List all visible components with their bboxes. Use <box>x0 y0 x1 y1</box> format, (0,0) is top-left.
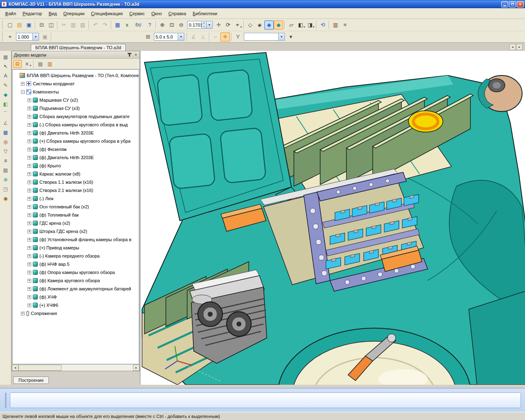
hidden-line-display-button[interactable]: ◈ <box>255 21 264 30</box>
tree-expander[interactable]: + <box>28 139 31 143</box>
wireframe-display-button[interactable]: ◇ <box>245 21 255 30</box>
libraries-button[interactable]: ◉ <box>1 194 10 203</box>
measurements-button[interactable]: ◎ <box>1 137 10 146</box>
tree-expander[interactable]: + <box>28 262 31 266</box>
filters-button[interactable]: ▽ <box>1 147 10 156</box>
tree-item[interactable]: +(ф) Фюзеляж <box>13 145 139 153</box>
tree-expander[interactable]: + <box>21 82 25 86</box>
open-document-button[interactable]: ▤ <box>15 21 24 30</box>
function-fx-button[interactable]: f(x) <box>132 21 145 30</box>
surfaces-button[interactable]: ◧ <box>1 100 10 109</box>
tree-structure-toggle-button[interactable]: ⊟ <box>13 60 22 68</box>
tree-expander[interactable]: + <box>28 254 31 258</box>
document-tab[interactable]: БПЛА ВВП Шершень Разведчик - ТО.a3d <box>31 44 126 51</box>
tree-item[interactable]: +Сборка аккумуляторов подъемных двигате <box>13 112 139 121</box>
tree-expander[interactable]: + <box>21 312 25 315</box>
menu-item[interactable]: Редактор <box>19 10 45 17</box>
tree-item[interactable]: +(ф) Топливный бак <box>13 211 139 219</box>
tree-item[interactable]: +(ф) НЧФ вар.5 <box>13 260 139 268</box>
scroll-left-button[interactable]: ◄ <box>12 365 18 371</box>
spatial-curves-button[interactable]: ⌒ <box>1 109 10 118</box>
menu-item[interactable]: Спецификация <box>88 10 126 17</box>
annotation-text-button[interactable]: A <box>1 71 10 80</box>
tree-item[interactable]: +Подъемная СУ (x3) <box>13 104 139 112</box>
menu-item[interactable]: Сервис <box>126 10 148 17</box>
tree-expander[interactable]: + <box>28 148 31 151</box>
menu-item[interactable]: Операции <box>60 10 87 17</box>
tree-item[interactable]: +(ф) Двигатель Hirth 3203E <box>13 129 139 137</box>
tree-expander[interactable]: + <box>28 131 31 135</box>
tree-hscrollbar[interactable]: ◄ ► <box>12 364 140 371</box>
tree-expander[interactable]: + <box>28 180 31 184</box>
tree-item[interactable]: +(ф) ХЧФ <box>13 293 139 301</box>
menu-item[interactable]: Окно <box>148 10 165 17</box>
tree-item[interactable]: +Створка 1.1 жалюзи (x16) <box>13 178 139 186</box>
tree-expander[interactable]: + <box>28 304 31 307</box>
tree-close-button[interactable]: × <box>133 52 139 58</box>
tree-expander[interactable]: + <box>28 295 31 299</box>
axis-lock-y-button[interactable]: Y <box>233 32 243 41</box>
compact-panel-button[interactable]: ▦ <box>1 52 10 62</box>
selection-arrow-button[interactable]: ↖ <box>1 62 10 71</box>
tree-item[interactable]: +Шторка ГДС крена (x2) <box>13 227 139 235</box>
minimize-button[interactable] <box>501 1 508 7</box>
reports-button[interactable]: ▤ <box>1 166 10 175</box>
tree-item[interactable]: +(+) ХЧФ6 <box>13 301 139 309</box>
property-panel-tab[interactable]: Построение <box>13 377 49 384</box>
tree-expander[interactable]: + <box>28 271 31 274</box>
perspective-display-button[interactable]: ▱ <box>287 21 296 30</box>
menu-item[interactable]: Справка <box>165 10 189 17</box>
tree-expander[interactable]: + <box>28 197 31 201</box>
specification-button[interactable]: ≡ <box>1 156 10 165</box>
tree-item[interactable]: +(-) Сборка камеры кругового обзора в вы… <box>13 121 139 129</box>
tree-item[interactable]: +(ф) Ложемент для аккумуляторных батарей <box>13 285 139 293</box>
tree-expander[interactable]: + <box>28 156 31 160</box>
library-manager-button[interactable]: ▥ <box>331 21 340 30</box>
print-preview-button[interactable]: ◫ <box>46 21 56 30</box>
zoom-out-button[interactable]: ⊖ <box>177 21 186 30</box>
print-button[interactable]: ⊟ <box>37 21 46 30</box>
tree-expander[interactable]: + <box>28 205 31 209</box>
tree-item[interactable]: +(ф) Крыло <box>13 162 139 170</box>
tree-expander[interactable]: + <box>28 287 31 291</box>
step-value-combo[interactable]: 1.000▼ <box>16 33 39 41</box>
pin-button[interactable] <box>126 52 132 58</box>
tree-expander[interactable]: + <box>28 123 31 127</box>
dropdown-arrow-icon[interactable]: ▼ <box>32 33 39 40</box>
shaded-edges-display-button[interactable]: ◆ <box>274 21 283 30</box>
menu-item[interactable]: Файл <box>2 10 19 17</box>
tab-scroll-right-button[interactable]: ► <box>516 44 523 50</box>
spin-down-icon[interactable]: ▼ <box>202 25 206 29</box>
tree-expander[interactable]: + <box>28 230 31 233</box>
shaded-display-button[interactable]: ◆ <box>264 21 274 30</box>
tree-item[interactable]: +Сопряжения <box>13 309 139 317</box>
tree-expander[interactable]: + <box>28 246 31 250</box>
simplified-display-button[interactable]: ◨▾ <box>305 21 315 30</box>
dropdown-arrow-icon[interactable]: ▼ <box>278 33 284 40</box>
tree-expander[interactable]: − <box>21 90 25 94</box>
tree-item[interactable]: +Маршевая СУ (x2) <box>13 96 139 104</box>
tree-expander[interactable]: + <box>28 115 31 119</box>
3d-viewport[interactable] <box>140 51 525 385</box>
scroll-right-button[interactable]: ► <box>133 365 140 371</box>
tree-expander[interactable]: + <box>28 221 31 225</box>
section-display-button[interactable]: ◧▾ <box>296 21 305 30</box>
tree-expander[interactable]: + <box>28 189 31 192</box>
view-orientation-button[interactable]: ⌖▾ <box>233 21 242 30</box>
rotate-view-button[interactable]: ⟳ <box>223 21 233 30</box>
zoom-in-button[interactable]: ⊕ <box>158 21 167 30</box>
context-help-button[interactable]: ? <box>145 21 154 30</box>
tree-item[interactable]: +(+) Привод камеры <box>13 244 139 252</box>
snap-settings-button[interactable]: ✛ <box>220 32 230 41</box>
tree-item[interactable]: +(ф) Двигатель Hirth 3203E <box>13 153 139 162</box>
spin-up-icon[interactable]: ▲ <box>202 21 206 25</box>
relations-panel-button[interactable]: ▤ <box>36 60 45 68</box>
object-libraries-button[interactable]: ≡ <box>340 21 350 30</box>
property-bar-field[interactable] <box>10 393 521 408</box>
property-bar-grip[interactable] <box>5 393 7 408</box>
tree-item[interactable]: +(ф) Установочный фланец камеры обзора в <box>13 235 139 244</box>
solid-features-button[interactable]: ◆ <box>1 90 10 99</box>
tree-item[interactable]: +Створка 2.1 жалюзи (x16) <box>13 186 139 194</box>
auxiliary-geometry-button[interactable]: ∠ <box>1 119 10 128</box>
tree-item[interactable]: БПЛА ВВП Шершень Разведчик - ТО (Тел-0, … <box>13 71 139 80</box>
